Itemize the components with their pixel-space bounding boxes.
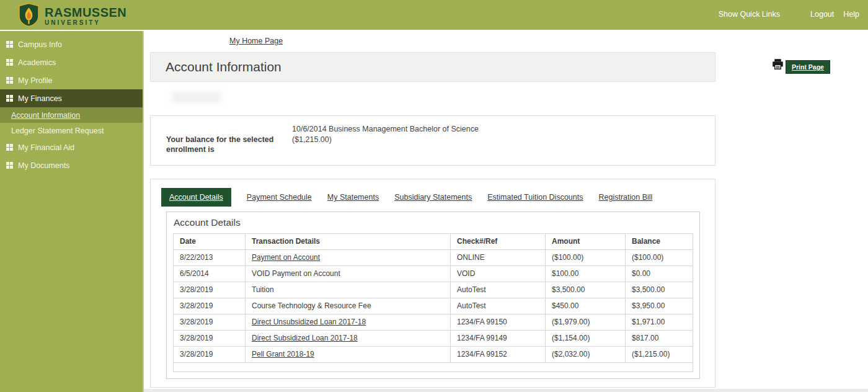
running-balance: $0.00 [626,266,693,282]
column-header-date: Date [174,234,246,250]
sidebar-item-label: My Financial Aid [18,143,74,152]
transactions-table: DateTransaction DetailsCheck#/RefAmountB… [173,233,693,372]
grid-icon [6,59,13,66]
check-ref: 1234/FA 99152 [451,347,546,363]
transaction-link[interactable]: Payment on Account [252,253,320,262]
footer-strip [144,389,868,392]
sidebar-item-label: My Profile [18,76,53,85]
sidebar-item-ledger-statement-request[interactable]: Ledger Statement Request [0,123,143,138]
table-row: 3/28/2019Direct Subsidized Loan 2017-181… [174,331,693,347]
account-details-panel: Account Details DateTransaction DetailsC… [166,212,700,379]
check-ref: AutoTest [451,298,546,314]
running-balance: $817.00 [626,331,693,347]
sidebar-nav: Campus InfoAcademicsMy ProfileMy Finance… [0,31,144,392]
sidebar-item-academics[interactable]: Academics [0,53,143,71]
sidebar-item-label: My Documents [18,161,69,170]
transaction-date: 6/5/2014 [174,266,246,282]
header-links: Show Quick Links Logout Help [719,0,859,29]
running-balance: ($1,215.00) [626,347,693,363]
transaction-date: 3/28/2019 [174,314,246,331]
balance-label: Your balance for the selected enrollment… [166,135,292,155]
table-body: 8/22/2013Payment on AccountONLINE($100.0… [174,250,693,372]
check-ref: ONLINE [451,250,546,266]
logo-text-university: UNIVERSITY [45,19,126,27]
breadcrumb-my-home-page[interactable]: My Home Page [229,37,283,45]
balance-panel: 10/6/2014 Business Management Bachelor o… [150,115,715,166]
tab-my-statements[interactable]: My Statements [327,193,379,202]
transaction-link[interactable]: Direct Unsubsidized Loan 2017-18 [252,318,366,326]
table-row: 3/28/2019Course Technology & Resource Fe… [174,298,693,314]
transaction-link[interactable]: Direct Subsidized Loan 2017-18 [252,334,358,342]
enrollment-value: 10/6/2014 Business Management Bachelor o… [292,124,479,135]
transaction-text: Tuition [252,285,274,294]
column-header-amount: Amount [546,234,626,250]
account-tabs-panel: Account DetailsPayment ScheduleMy Statem… [150,179,715,388]
sidebar-item-my-finances[interactable]: My Finances [0,89,143,107]
account-details-heading: Account Details [174,217,693,228]
tabs-row: Account DetailsPayment ScheduleMy Statem… [151,179,715,207]
tab-payment-schedule[interactable]: Payment Schedule [247,193,312,202]
redacted-student-name [172,92,221,103]
check-ref: VOID [451,266,546,282]
sidebar-item-account-information[interactable]: Account Information [0,107,143,123]
table-row: 6/5/2014VOID Payment on AccountVOID$100.… [174,266,693,282]
balance-label-spacer [166,124,292,135]
running-balance: $1,971.00 [626,314,693,331]
transaction-date: 3/28/2019 [174,298,246,314]
grid-icon [6,144,13,151]
running-balance: $3,500.00 [626,282,693,298]
column-header-transaction-details: Transaction Details [246,234,451,250]
transaction-amount: ($2,032.00) [546,347,626,363]
show-quick-links-button[interactable]: Show Quick Links [719,10,780,19]
transaction-date: 3/28/2019 [174,347,246,363]
sidebar-item-my-financial-aid[interactable]: My Financial Aid [0,138,143,156]
transaction-date: 3/28/2019 [174,331,246,347]
tab-registration-bill[interactable]: Registration Bill [598,193,652,202]
running-balance: ($100.00) [626,250,693,266]
university-logo: RASMUSSEN UNIVERSITY [19,2,126,30]
transaction-details: Direct Subsidized Loan 2017-18 [246,331,451,347]
transaction-details: Payment on Account [246,250,451,266]
sidebar-item-label: Academics [18,58,56,67]
sidebar-item-label: Ledger Statement Request [11,127,104,135]
table-footer-row [174,363,693,372]
table-header: DateTransaction DetailsCheck#/RefAmountB… [174,234,693,250]
transaction-details: Direct Unsubsidized Loan 2017-18 [246,314,451,331]
table-row: 3/28/2019Direct Unsubsidized Loan 2017-1… [174,314,693,331]
transaction-details: Course Technology & Resource Fee [246,298,451,314]
grid-icon [6,162,13,169]
printer-icon[interactable] [771,58,785,73]
transaction-amount: ($1,154.00) [546,331,626,347]
transaction-text: Course Technology & Resource Fee [252,301,371,310]
sidebar-item-label: Campus Info [18,40,62,49]
transaction-details: VOID Payment on Account [246,266,451,282]
column-header-balance: Balance [626,234,693,250]
check-ref: 1234/FA 99149 [451,331,546,347]
transaction-amount: $3,500.00 [546,282,626,298]
logout-link[interactable]: Logout [810,10,834,19]
page-title: Account Information [166,60,281,74]
tab-account-details[interactable]: Account Details [161,188,231,207]
table-row: 3/28/2019TuitionAutoTest$3,500.00$3,500.… [174,282,693,298]
sidebar-item-my-documents[interactable]: My Documents [0,156,143,174]
transaction-link[interactable]: Pell Grant 2018-19 [252,350,314,359]
transaction-amount: ($1,979.00) [546,314,626,331]
grid-icon [6,41,13,48]
main-content: My Home Page Account Information Print P… [144,31,868,392]
transaction-amount: $450.00 [546,298,626,314]
sidebar-item-my-profile[interactable]: My Profile [0,71,143,89]
help-link[interactable]: Help [843,10,859,19]
tab-estimated-tuition-discounts[interactable]: Estimated Tuition Discounts [487,193,583,202]
column-header-check-ref: Check#/Ref [451,234,546,250]
print-page-button[interactable]: Print Page [786,60,830,74]
transaction-text: VOID Payment on Account [252,269,340,278]
transaction-details: Tuition [246,282,451,298]
logo-text-rasmussen: RASMUSSEN [45,6,126,19]
transaction-amount: $100.00 [546,266,626,282]
grid-icon [6,95,13,102]
sidebar-item-campus-info[interactable]: Campus Info [0,35,143,53]
shield-flame-icon [19,2,39,30]
balance-amount: ($1,215.00) [292,135,332,155]
check-ref: 1234/FA 99150 [451,314,546,331]
tab-subsidiary-statements[interactable]: Subsidiary Statements [394,193,472,202]
